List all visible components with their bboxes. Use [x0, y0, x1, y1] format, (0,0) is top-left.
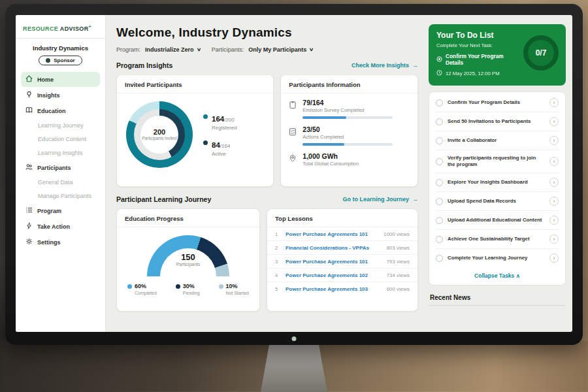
- app-logo: RESOURCE ADVISOR+: [21, 24, 100, 32]
- pending-label: Pending: [176, 291, 200, 295]
- sidebar-item-learning-insights[interactable]: Learning Insights: [21, 146, 100, 159]
- gauge-center-value: 150: [147, 252, 229, 262]
- legend-item-active: 84/164 Active: [203, 139, 237, 157]
- lesson-rank: 2: [275, 245, 280, 251]
- task-row[interactable]: Verify participants requesting to join t…: [435, 150, 559, 173]
- chevron-right-icon[interactable]: ›: [549, 235, 559, 244]
- task-checkbox[interactable]: [436, 137, 443, 144]
- book-icon: [25, 106, 33, 115]
- task-checkbox[interactable]: [436, 99, 443, 106]
- stat-row-emission-survey: 79/164 Emission Survey Completed: [281, 93, 417, 120]
- chevron-right-icon[interactable]: ›: [549, 136, 559, 145]
- card-title: Participants Information: [281, 75, 417, 93]
- sidebar-item-program[interactable]: Program: [21, 203, 100, 218]
- task-row[interactable]: Complete Your Learning Journey ›: [435, 249, 559, 267]
- participants-filter-dropdown[interactable]: Only My Participants ∨: [248, 46, 313, 53]
- lesson-link[interactable]: Power Purchase Agreements 102: [286, 272, 381, 278]
- go-to-learning-journey-link[interactable]: Go to Learning Journey →: [342, 196, 418, 203]
- sidebar-item-label: Insights: [37, 92, 60, 99]
- sidebar-item-education[interactable]: Education: [21, 103, 100, 118]
- chevron-right-icon[interactable]: ›: [549, 216, 559, 225]
- sponsor-badge[interactable]: Sponsor: [39, 56, 82, 65]
- sidebar-item-learning-journey[interactable]: Learning Journey: [21, 119, 100, 132]
- sidebar-item-label: Manage Participants: [38, 193, 91, 199]
- lesson-rank: 5: [275, 286, 280, 292]
- link-label: Go to Learning Journey: [342, 196, 409, 203]
- sidebar-item-participants[interactable]: Participants: [21, 160, 100, 175]
- sidebar-item-settings[interactable]: Settings: [21, 235, 100, 250]
- lesson-link[interactable]: Power Purchase Agreements 103: [286, 286, 381, 292]
- check-more-insights-link[interactable]: Check More Insights →: [351, 62, 418, 69]
- chevron-right-icon[interactable]: ›: [549, 197, 559, 206]
- todo-next-task-label: Confirm Your Program Details: [446, 53, 520, 66]
- sidebar: RESOURCE ADVISOR+ Industry Dynamics Spon…: [16, 15, 106, 332]
- chevron-right-icon[interactable]: ›: [549, 98, 559, 107]
- section-title: Participant Learning Journey: [116, 195, 211, 203]
- task-checkbox[interactable]: [436, 236, 443, 243]
- registered-label: Registered: [212, 125, 237, 131]
- sidebar-item-manage-participants[interactable]: Manage Participants: [21, 189, 100, 203]
- clock-icon: [436, 70, 442, 77]
- sidebar-item-general-data[interactable]: General Data: [21, 176, 100, 189]
- chevron-right-icon[interactable]: ›: [549, 117, 559, 126]
- task-row[interactable]: Upload Additional Educational Content ›: [435, 211, 559, 230]
- task-row[interactable]: Invite a Collaborator ›: [435, 131, 559, 150]
- chevron-right-icon[interactable]: ›: [549, 178, 559, 187]
- lesson-views: 600 views: [386, 286, 410, 292]
- chevron-right-icon[interactable]: ›: [549, 157, 559, 166]
- sidebar-item-label: Education Content: [38, 136, 86, 142]
- task-row[interactable]: Upload Spend Data Records ›: [435, 192, 559, 211]
- lesson-row[interactable]: 2 Financial Considerations - VPPAs 803 v…: [267, 241, 417, 255]
- link-label: Check More Insights: [351, 62, 409, 69]
- sidebar-item-education-content[interactable]: Education Content: [21, 133, 100, 146]
- page-title: Welcome, Industry Dynamics: [116, 25, 418, 40]
- invited-participants-card: Invited Participants 200 Participants In…: [116, 74, 274, 187]
- task-row[interactable]: Achieve One Sustainability Target ›: [435, 230, 559, 249]
- lesson-views: 793 views: [386, 259, 410, 265]
- lesson-row[interactable]: 1 Power Purchase Agreements 101 1000 vie…: [267, 227, 417, 241]
- lesson-rank: 1: [275, 231, 280, 237]
- lesson-rank: 3: [275, 259, 280, 265]
- task-checkbox[interactable]: [436, 255, 443, 262]
- logo-resource: RESOURCE: [23, 25, 58, 32]
- chevron-right-icon[interactable]: ›: [549, 253, 559, 263]
- lesson-row[interactable]: 3 Power Purchase Agreements 101 793 view…: [267, 255, 417, 269]
- task-checkbox[interactable]: [436, 158, 443, 165]
- lesson-link[interactable]: Power Purchase Agreements 101: [286, 259, 381, 265]
- lesson-link[interactable]: Power Purchase Agreements 101: [286, 231, 378, 237]
- task-row[interactable]: Confirm Your Program Details ›: [435, 93, 559, 112]
- sidebar-item-label: Education: [37, 108, 66, 114]
- sidebar-item-home[interactable]: Home: [21, 72, 100, 87]
- lesson-views: 1000 views: [384, 231, 410, 237]
- collapse-tasks-link[interactable]: Collapse Tasks ∧: [435, 267, 559, 284]
- chevron-down-icon: ∨: [309, 47, 314, 52]
- task-row[interactable]: Send 50 Invitations to Participants ›: [435, 112, 559, 131]
- donut-center-label: Participants Invited: [142, 136, 176, 141]
- sidebar-item-insights[interactable]: Insights: [21, 88, 100, 103]
- lesson-link[interactable]: Financial Considerations - VPPAs: [286, 245, 381, 251]
- learning-journey-header: Participant Learning Journey Go to Learn…: [116, 195, 418, 203]
- task-checkbox[interactable]: [436, 198, 443, 205]
- todo-due-date: 12 May 2025, 12:00 PM: [436, 70, 558, 77]
- program-filter-dropdown[interactable]: Industrialize Zero ∨: [145, 46, 201, 53]
- active-total: /164: [220, 143, 231, 149]
- task-checkbox[interactable]: [436, 179, 443, 186]
- logo-advisor: ADVISOR: [60, 25, 89, 32]
- sidebar-item-take-action[interactable]: Take Action: [21, 219, 100, 234]
- not-started-dot: [219, 284, 223, 289]
- task-checkbox[interactable]: [436, 118, 443, 125]
- todo-panel: Your To Do List Complete Your Next Task:…: [426, 15, 572, 332]
- monitor-bezel: RESOURCE ADVISOR+ Industry Dynamics Spon…: [5, 4, 583, 345]
- task-checkbox[interactable]: [436, 217, 443, 224]
- progress-track: [302, 116, 393, 119]
- stat-label: Emission Survey Completed: [302, 107, 393, 113]
- task-row[interactable]: Explore Your Insights Dashboard ›: [435, 173, 559, 192]
- registered-dot: [203, 114, 208, 119]
- lesson-row[interactable]: 5 Power Purchase Agreements 103 600 view…: [267, 282, 417, 295]
- lesson-row[interactable]: 4 Power Purchase Agreements 102 734 view…: [267, 269, 417, 282]
- card-title: Invited Participants: [117, 75, 273, 93]
- stat-value: 79/164: [302, 99, 393, 106]
- task-label: Upload Spend Data Records: [448, 198, 545, 204]
- stat-row-actions: 23/50 Actions Completed: [281, 120, 417, 147]
- task-label: Achieve One Sustainability Target: [448, 236, 545, 242]
